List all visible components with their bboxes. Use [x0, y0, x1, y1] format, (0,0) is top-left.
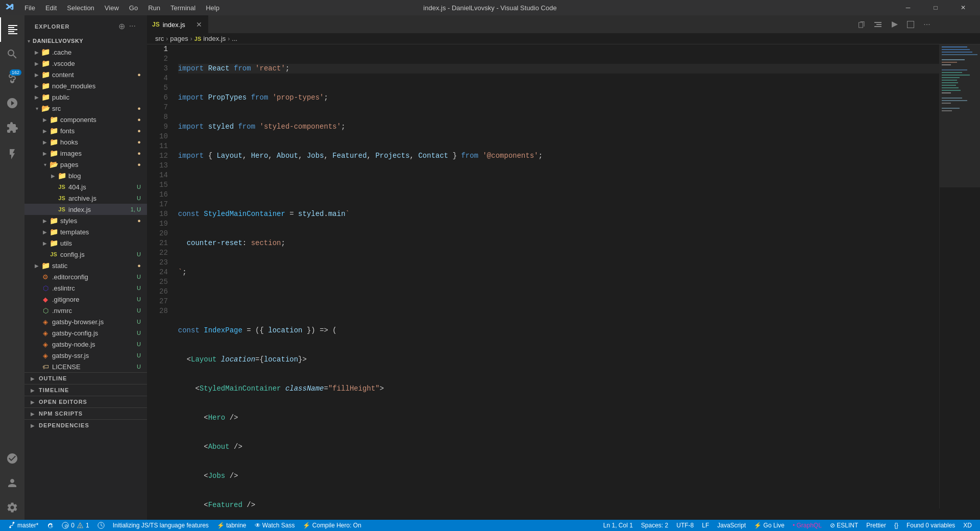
images-folder-icon: 📁	[49, 149, 58, 157]
status-language[interactable]: JavaScript	[713, 520, 750, 531]
activity-explorer[interactable]	[0, 17, 24, 42]
tree-item-configjs[interactable]: ▶ JS config.js U	[24, 249, 147, 260]
menu-selection[interactable]: Selection	[63, 3, 98, 13]
breadcrumb-indexjs[interactable]: JS index.js	[194, 35, 226, 42]
tree-item-fonts[interactable]: ▶ 📁 fonts ●	[24, 125, 147, 136]
menu-file[interactable]: File	[20, 3, 39, 13]
minimap[interactable]	[939, 44, 980, 509]
hooks-arrow-icon: ▶	[41, 139, 49, 145]
tree-item-hooks[interactable]: ▶ 📁 hooks ●	[24, 136, 147, 148]
tree-item-vscode[interactable]: ▶ 📁 .vscode	[24, 58, 147, 69]
tree-item-components[interactable]: ▶ 📁 components ●	[24, 114, 147, 125]
more-editor-actions-button[interactable]: ···	[920, 17, 934, 32]
code-content[interactable]: import React from 'react'; import PropTy…	[174, 44, 980, 520]
status-graphql[interactable]: • GraphQL	[789, 520, 826, 531]
status-tabnine[interactable]: ⚡ tabnine	[213, 520, 251, 531]
tree-item-nvmrc[interactable]: ▶ ⬡ .nvmrc U	[24, 305, 147, 316]
svg-text:⊘: ⊘	[65, 523, 69, 528]
split-editor-button[interactable]	[903, 17, 918, 32]
tree-item-images[interactable]: ▶ 📁 images ●	[24, 148, 147, 159]
activity-search[interactable]	[0, 42, 24, 66]
status-sync[interactable]	[42, 520, 58, 531]
status-errors[interactable]: ⊘ 0 1	[58, 520, 93, 531]
tab-close-button[interactable]: ✕	[195, 20, 203, 29]
tree-item-styles[interactable]: ▶ 📁 styles ●	[24, 215, 147, 226]
eslintrc-file-icon: ⬡	[41, 284, 50, 292]
tree-item-gatsby-node[interactable]: ▶ ◈ gatsby-node.js U	[24, 339, 147, 350]
menu-help[interactable]: Help	[202, 3, 224, 13]
status-spaces[interactable]: Spaces: 2	[637, 520, 672, 531]
menu-go[interactable]: Go	[125, 3, 142, 13]
status-cursor[interactable]: Ln 1, Col 1	[599, 520, 637, 531]
status-watch-sass[interactable]: 👁 Watch Sass	[251, 520, 299, 531]
minimap-svg	[940, 44, 980, 351]
activity-source-control[interactable]: 162	[0, 66, 24, 91]
activity-run-debug[interactable]	[0, 91, 24, 115]
timeline-header[interactable]: ▶ TIMELINE	[24, 384, 147, 396]
root-folder[interactable]: ▾ DANIELLVOVSKY	[24, 35, 147, 46]
customize-layout-button[interactable]	[871, 17, 885, 32]
maximize-button[interactable]: □	[924, 0, 947, 15]
open-editors-arrow-icon: ▶	[29, 399, 37, 405]
tree-item-public[interactable]: ▶ 📁 public	[24, 91, 147, 103]
minimize-button[interactable]: ─	[896, 0, 920, 15]
npm-header[interactable]: ▶ NPM SCRIPTS	[24, 408, 147, 419]
open-editors-header[interactable]: ▶ OPEN EDITORS	[24, 396, 147, 407]
breadcrumb-more[interactable]: ...	[232, 35, 237, 42]
tree-item-eslintrc[interactable]: ▶ ⬡ .eslintrc U	[24, 282, 147, 294]
line-numbers: 1 2 3 4 5 6 7 8 9 10 11 12 13 14 15 16 1…	[147, 44, 174, 520]
tree-item-utils[interactable]: ▶ 📁 utils	[24, 237, 147, 249]
outline-header[interactable]: ▶ OUTLINE	[24, 373, 147, 384]
activity-testing[interactable]	[0, 142, 24, 166]
breadcrumb-pages[interactable]: pages	[170, 35, 188, 42]
status-branch[interactable]: master*	[4, 520, 42, 531]
tree-item-gatsby-browser[interactable]: ▶ ◈ gatsby-browser.js U	[24, 316, 147, 327]
tab-indexjs[interactable]: JS index.js ✕	[147, 15, 208, 33]
status-format[interactable]: {}	[890, 520, 902, 531]
tree-item-content[interactable]: ▶ 📁 content ●	[24, 69, 147, 80]
code-editor[interactable]: 1 2 3 4 5 6 7 8 9 10 11 12 13 14 15 16 1…	[147, 44, 980, 520]
menu-view[interactable]: View	[101, 3, 123, 13]
tree-item-gatsby-config[interactable]: ▶ ◈ gatsby-config.js U	[24, 327, 147, 339]
line-num-8: 8	[159, 112, 168, 122]
dependencies-header[interactable]: ▶ DEPENDENCIES	[24, 420, 147, 431]
tree-item-blog[interactable]: ▶ 📁 blog	[24, 170, 147, 181]
menu-run[interactable]: Run	[144, 3, 164, 13]
activity-settings[interactable]	[0, 495, 24, 520]
tree-item-cache[interactable]: ▶ 📁 .cache	[24, 46, 147, 58]
tree-item-gatsby-ssr[interactable]: ▶ ◈ gatsby-ssr.js U	[24, 350, 147, 361]
activity-extensions[interactable]	[0, 115, 24, 140]
tree-item-templates[interactable]: ▶ 📁 templates	[24, 226, 147, 237]
code-line-2: import PropTypes from 'prop-types';	[178, 93, 980, 103]
activity-accounts[interactable]	[0, 471, 24, 495]
tree-item-gitignore[interactable]: ▶ ◆ .gitignore U	[24, 294, 147, 305]
status-variables[interactable]: Found 0 variables	[902, 520, 959, 531]
open-in-editor-button[interactable]	[854, 17, 869, 32]
run-button[interactable]	[887, 17, 901, 32]
close-button[interactable]: ✕	[951, 0, 975, 15]
new-file-icon[interactable]: ⊕	[117, 20, 126, 32]
more-actions-icon[interactable]: ···	[128, 20, 137, 32]
tree-item-pages[interactable]: ▾ 📂 pages ●	[24, 159, 147, 170]
tree-item-404js[interactable]: ▶ JS 404.js U	[24, 181, 147, 192]
menu-terminal[interactable]: Terminal	[166, 3, 200, 13]
tree-item-editorconfig[interactable]: ▶ ⚙ .editorconfig U	[24, 271, 147, 282]
breadcrumb-src[interactable]: src	[155, 35, 164, 42]
menu-edit[interactable]: Edit	[41, 3, 61, 13]
status-xd[interactable]: XD	[959, 520, 976, 531]
status-encoding[interactable]: UTF-8	[672, 520, 698, 531]
activity-remote[interactable]	[0, 446, 24, 471]
tree-item-archivejs[interactable]: ▶ JS archive.js U	[24, 192, 147, 204]
tree-item-node-modules[interactable]: ▶ 📁 node_modules	[24, 80, 147, 91]
status-golive[interactable]: ⚡ Go Live	[750, 520, 789, 531]
tree-item-license[interactable]: ▶ 🏷 LICENSE U	[24, 361, 147, 372]
status-clock[interactable]	[93, 520, 109, 531]
status-eslint[interactable]: ⊘ ESLINT	[826, 520, 862, 531]
tree-item-indexjs[interactable]: ▶ JS index.js 1, U	[24, 204, 147, 215]
status-prettier[interactable]: Prettier	[862, 520, 890, 531]
tree-item-src[interactable]: ▾ 📂 src ●	[24, 103, 147, 114]
status-compile-hero[interactable]: ⚡ Compile Hero: On	[299, 520, 365, 531]
status-eol[interactable]: LF	[698, 520, 713, 531]
dependencies-arrow-icon: ▶	[29, 423, 37, 428]
tree-item-static[interactable]: ▶ 📁 static ●	[24, 260, 147, 271]
